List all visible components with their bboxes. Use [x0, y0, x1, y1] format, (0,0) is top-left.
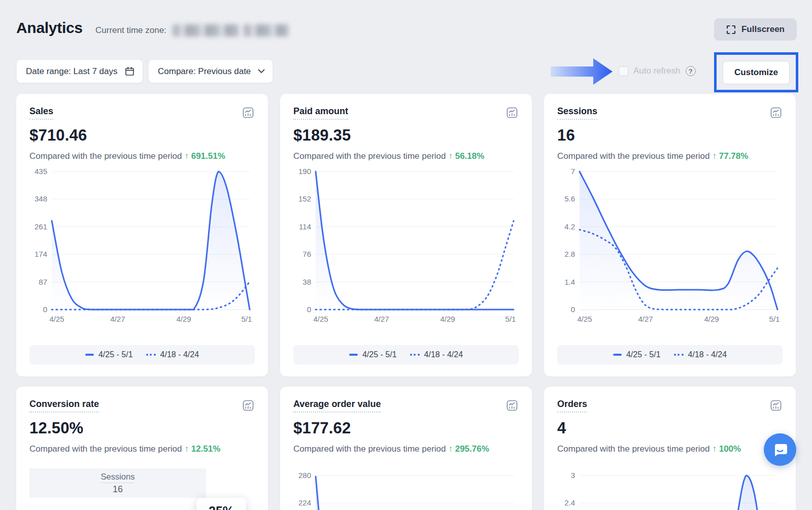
chart-legend: 4/25 - 5/1 4/18 - 4/24 [557, 345, 783, 364]
metric-value: $189.35 [293, 126, 519, 145]
compare-button[interactable]: Compare: Previous date [148, 59, 273, 83]
conversion-percentage-tooltip: 25% [196, 498, 246, 510]
metrics-grid: Sales $710.46 Compared with the previous… [16, 94, 796, 510]
delta-value: ↑ 56.18% [448, 151, 484, 161]
svg-text:5.6: 5.6 [564, 194, 575, 203]
svg-text:4/25: 4/25 [313, 315, 328, 323]
svg-text:4/29: 4/29 [440, 315, 455, 323]
chevron-down-icon [258, 69, 265, 74]
legend-current-period[interactable]: 4/25 - 5/1 [85, 350, 133, 359]
svg-text:261: 261 [35, 222, 47, 231]
legend-previous-period[interactable]: 4/18 - 4/24 [674, 350, 727, 359]
svg-text:5/1: 5/1 [505, 315, 516, 323]
paid-amount-card: Paid amount $189.35 Compared with the pr… [280, 94, 532, 377]
fullscreen-label: Fullscreen [741, 24, 785, 35]
svg-text:280: 280 [298, 471, 311, 480]
legend-previous-period[interactable]: 4/18 - 4/24 [146, 350, 199, 359]
svg-text:76: 76 [302, 250, 311, 258]
svg-text:174: 174 [35, 250, 47, 258]
help-icon[interactable]: ? [686, 66, 696, 76]
chart-type-icon[interactable] [242, 399, 255, 412]
card-title: Sales [29, 106, 53, 120]
svg-text:0: 0 [43, 305, 47, 314]
delta-value: ↑ 12.51% [184, 444, 220, 454]
svg-text:1.4: 1.4 [564, 278, 575, 286]
chart-type-icon[interactable] [242, 106, 255, 119]
solid-line-swatch [349, 354, 358, 356]
dotted-line-swatch [146, 354, 156, 356]
card-title: Sessions [557, 106, 597, 120]
calendar-icon [124, 66, 135, 77]
svg-text:4/27: 4/27 [638, 315, 653, 323]
solid-line-swatch [85, 354, 94, 356]
svg-text:38: 38 [302, 278, 311, 286]
legend-current-period[interactable]: 4/25 - 5/1 [613, 350, 661, 359]
customize-highlight-box: Customize [714, 52, 798, 92]
svg-text:0: 0 [571, 305, 575, 314]
metric-value: $177.62 [293, 419, 519, 437]
svg-text:190: 190 [298, 167, 311, 176]
legend-current-period[interactable]: 4/25 - 5/1 [349, 350, 397, 359]
dotted-line-swatch [674, 354, 684, 356]
comparison-text: Compared with the previous time period↑ … [293, 444, 519, 454]
sales-chart: 0871742613484354/254/274/295/1 [29, 166, 255, 327]
svg-text:2.8: 2.8 [564, 250, 575, 258]
fullscreen-button[interactable]: Fullscreen [714, 18, 797, 41]
auto-refresh-checkbox[interactable] [619, 66, 628, 76]
svg-text:4/29: 4/29 [704, 315, 719, 323]
sales-card: Sales $710.46 Compared with the previous… [16, 94, 268, 377]
metric-value: 12.50% [29, 419, 255, 437]
delta-value: ↑ 295.76% [448, 444, 489, 454]
average-order-value-card: Average order value $177.62 Compared wit… [280, 387, 532, 510]
average-order-value-chart: 0561121682242804/254/274/295/1 [293, 470, 519, 510]
comparison-text: Compared with the previous time period↑ … [557, 444, 783, 454]
chart-legend: 4/25 - 5/1 4/18 - 4/24 [293, 345, 519, 364]
funnel-step-value: 16 [113, 484, 123, 495]
svg-text:224: 224 [298, 498, 311, 507]
metric-value: $710.46 [29, 126, 255, 145]
annotation-arrow-icon [551, 57, 614, 88]
paid-amount-chart: 038761141521904/254/274/295/1 [293, 166, 519, 327]
auto-refresh-label: Auto refresh [633, 66, 681, 76]
solid-line-swatch [613, 354, 622, 356]
compare-label: Compare: Previous date [158, 66, 251, 77]
date-range-label: Date range: Last 7 days [26, 66, 118, 77]
svg-text:4.2: 4.2 [564, 222, 575, 231]
sessions-chart: 01.42.84.25.674/254/274/295/1 [557, 166, 783, 327]
svg-text:348: 348 [35, 194, 47, 203]
chart-type-icon[interactable] [505, 399, 519, 412]
customize-button[interactable]: Customize [723, 61, 790, 84]
delta-value: ↑ 100% [712, 444, 741, 454]
chart-type-icon[interactable] [769, 399, 783, 412]
date-range-button[interactable]: Date range: Last 7 days [16, 59, 143, 83]
svg-text:4/25: 4/25 [49, 315, 64, 323]
funnel-step-label: Sessions [101, 472, 135, 483]
legend-previous-period[interactable]: 4/18 - 4/24 [410, 350, 463, 359]
svg-text:152: 152 [298, 194, 311, 203]
comparison-text: Compared with the previous time period↑ … [293, 151, 519, 161]
dotted-line-swatch [410, 354, 420, 356]
sessions-card: Sessions 16 Compared with the previous t… [544, 94, 796, 377]
card-title: Paid amount [293, 106, 348, 120]
comparison-text: Compared with the previous time period↑ … [29, 151, 255, 161]
svg-text:7: 7 [571, 167, 575, 176]
funnel-step-sessions: Sessions 16 [29, 468, 206, 498]
svg-text:5/1: 5/1 [242, 315, 252, 323]
card-title: Conversion rate [29, 399, 99, 413]
chat-bubble-icon [771, 441, 789, 458]
svg-text:114: 114 [299, 222, 311, 231]
svg-text:435: 435 [35, 167, 47, 176]
metric-value: 16 [557, 126, 783, 145]
svg-text:87: 87 [39, 278, 47, 286]
svg-text:4/27: 4/27 [374, 315, 389, 323]
timezone-label: Current time zone: [95, 25, 166, 36]
timezone-value-redacted [173, 24, 288, 37]
svg-text:3: 3 [571, 471, 575, 480]
chat-launcher-button[interactable] [764, 433, 796, 466]
delta-value: ↑ 691.51% [184, 151, 225, 161]
svg-text:0: 0 [307, 305, 311, 314]
chart-type-icon[interactable] [769, 106, 783, 119]
chart-type-icon[interactable] [505, 106, 519, 119]
svg-text:4/29: 4/29 [176, 315, 191, 323]
chart-legend: 4/25 - 5/1 4/18 - 4/24 [29, 345, 255, 364]
